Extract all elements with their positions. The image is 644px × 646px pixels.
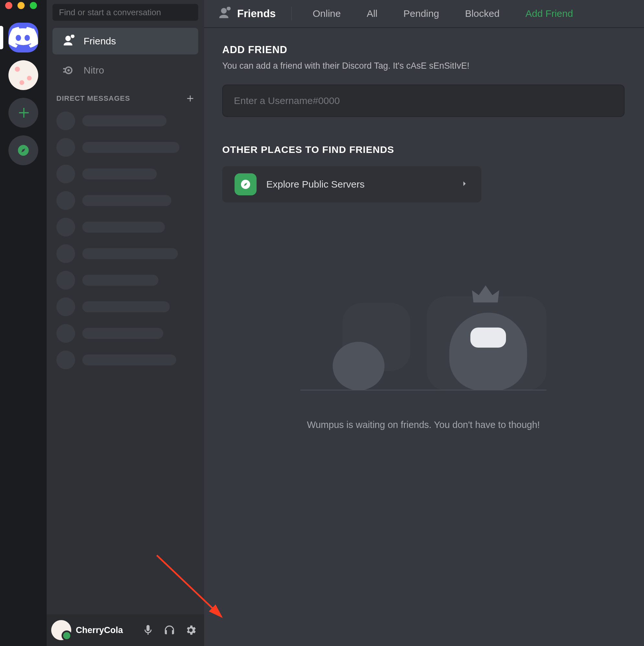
tab-blocked[interactable]: Blocked bbox=[460, 6, 505, 21]
dm-placeholder-row bbox=[47, 294, 204, 320]
dm-placeholder-row bbox=[47, 161, 204, 187]
dm-list bbox=[47, 108, 204, 373]
placeholder-avatar bbox=[57, 218, 75, 236]
crown-icon bbox=[470, 286, 501, 305]
gear-icon bbox=[185, 624, 197, 636]
placeholder-line bbox=[82, 195, 172, 206]
add-server-button[interactable] bbox=[8, 98, 38, 128]
user-name: CherryCola bbox=[76, 625, 123, 635]
tab-pending[interactable]: Pending bbox=[398, 6, 444, 21]
placeholder-avatar bbox=[57, 111, 75, 130]
deafen-button[interactable] bbox=[159, 620, 180, 640]
window-close-dot[interactable] bbox=[5, 2, 12, 9]
placeholder-avatar bbox=[57, 191, 75, 210]
placeholder-avatar bbox=[57, 244, 75, 263]
other-places-heading: OTHER PLACES TO FIND FRIENDS bbox=[222, 144, 625, 155]
empty-state: Wumpus is waiting on friends. You don't … bbox=[300, 287, 546, 430]
quick-switcher-input[interactable] bbox=[59, 7, 192, 17]
toy-figure bbox=[333, 342, 385, 391]
add-friend-placeholder: Enter a Username#0000 bbox=[234, 95, 340, 106]
user-panel: CherryCola bbox=[47, 614, 204, 646]
dm-placeholder-row bbox=[47, 347, 204, 373]
placeholder-line bbox=[82, 275, 158, 286]
microphone-icon bbox=[142, 624, 154, 636]
nav-nitro[interactable]: Nitro bbox=[52, 57, 198, 84]
discord-logo-icon bbox=[8, 27, 38, 48]
explore-servers-button[interactable] bbox=[8, 135, 38, 165]
dm-placeholder-row bbox=[47, 187, 204, 214]
dm-placeholder-row bbox=[47, 214, 204, 240]
wumpus-illustration bbox=[300, 287, 546, 391]
tab-add-friend[interactable]: Add Friend bbox=[520, 6, 578, 21]
placeholder-line bbox=[82, 354, 176, 365]
topbar: Friends Online All Pending Blocked Add F… bbox=[204, 0, 644, 28]
dm-placeholder-row bbox=[47, 240, 204, 267]
empty-state-text: Wumpus is waiting on friends. You don't … bbox=[307, 420, 540, 430]
placeholder-line bbox=[82, 301, 170, 312]
nitro-icon bbox=[62, 64, 75, 77]
placeholder-line bbox=[82, 169, 157, 180]
nav-nitro-label: Nitro bbox=[84, 65, 104, 76]
window-zoom-dot[interactable] bbox=[30, 2, 37, 9]
mute-mic-button[interactable] bbox=[138, 620, 158, 640]
compass-icon bbox=[17, 144, 30, 157]
topbar-lead: Friends bbox=[217, 7, 276, 20]
user-settings-button[interactable] bbox=[181, 620, 201, 640]
user-avatar[interactable] bbox=[51, 620, 71, 640]
add-friend-input[interactable]: Enter a Username#0000 bbox=[222, 85, 625, 117]
main-content: Friends Online All Pending Blocked Add F… bbox=[204, 0, 644, 646]
quick-switcher[interactable] bbox=[52, 4, 198, 21]
dm-placeholder-row bbox=[47, 134, 204, 161]
placeholder-line bbox=[82, 222, 165, 233]
compass-icon bbox=[240, 179, 251, 190]
placeholder-line bbox=[82, 142, 180, 153]
dm-placeholder-row bbox=[47, 320, 204, 347]
placeholder-avatar bbox=[57, 271, 75, 290]
explore-public-servers-button[interactable]: Explore Public Servers bbox=[222, 166, 481, 203]
placeholder-avatar bbox=[57, 165, 75, 183]
tab-all[interactable]: All bbox=[361, 6, 383, 21]
placeholder-avatar bbox=[57, 324, 75, 343]
new-dm-button[interactable] bbox=[185, 94, 194, 103]
friends-icon bbox=[217, 7, 231, 20]
wumpus-body bbox=[449, 313, 527, 391]
friends-icon bbox=[62, 35, 75, 47]
channel-sidebar: Friends Nitro DIRECT MESSAGES CherryCola bbox=[47, 0, 204, 646]
placeholder-avatar bbox=[57, 138, 75, 157]
placeholder-avatar bbox=[57, 297, 75, 316]
topbar-lead-label: Friends bbox=[237, 7, 276, 20]
placeholder-line bbox=[82, 115, 167, 126]
guild-rail bbox=[0, 0, 47, 646]
placeholder-avatar bbox=[57, 350, 75, 369]
dm-header: DIRECT MESSAGES bbox=[47, 85, 204, 108]
chevron-right-icon bbox=[460, 179, 469, 190]
server-avatar[interactable] bbox=[8, 60, 38, 90]
nav-friends-label: Friends bbox=[84, 36, 116, 47]
nav-friends[interactable]: Friends bbox=[52, 28, 198, 55]
explore-label: Explore Public Servers bbox=[266, 179, 364, 190]
plus-icon bbox=[17, 106, 30, 119]
headphones-icon bbox=[163, 624, 176, 636]
add-friend-heading: ADD FRIEND bbox=[222, 44, 625, 56]
dm-placeholder-row bbox=[47, 108, 204, 134]
topbar-separator bbox=[291, 7, 292, 20]
window-minimize-dot[interactable] bbox=[17, 2, 25, 9]
placeholder-line bbox=[82, 328, 163, 339]
svg-point-2 bbox=[68, 69, 70, 71]
window-traffic-lights bbox=[5, 2, 37, 9]
explore-icon-box bbox=[234, 173, 256, 195]
home-button[interactable] bbox=[8, 23, 38, 52]
dm-header-label: DIRECT MESSAGES bbox=[57, 94, 130, 103]
dm-placeholder-row bbox=[47, 267, 204, 294]
tab-online[interactable]: Online bbox=[307, 6, 346, 21]
placeholder-line bbox=[82, 248, 178, 259]
add-friend-subtext: You can add a friend with their Discord … bbox=[222, 61, 625, 71]
